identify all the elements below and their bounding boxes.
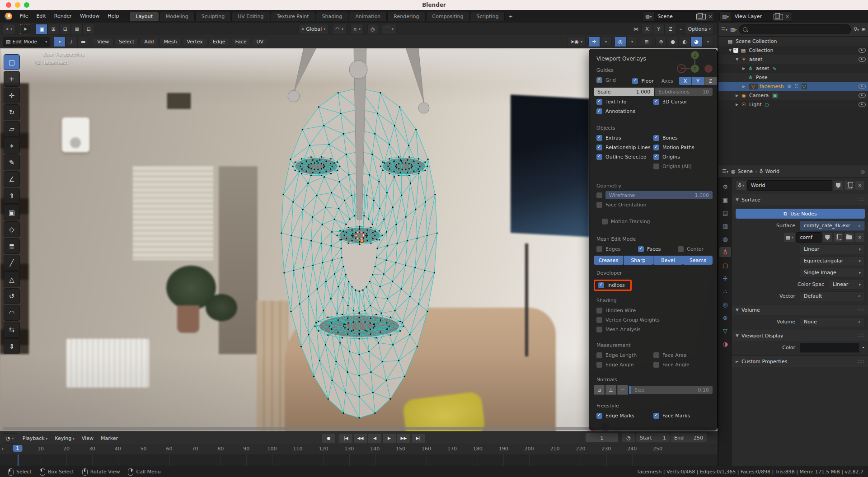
menu-window[interactable]: Window <box>76 12 103 21</box>
viewport-menu-mesh[interactable]: Mesh <box>160 37 182 46</box>
faces-checkbox-row[interactable]: Faces <box>638 244 678 254</box>
edge-select-mode-icon[interactable]: ∕ <box>66 37 77 47</box>
tool-smooth[interactable]: ◠ <box>4 305 20 321</box>
workspace-tab-shading[interactable]: Shading <box>316 12 349 21</box>
shading-solid-icon[interactable]: ● <box>667 37 679 47</box>
wireframe-checkbox[interactable] <box>596 192 602 198</box>
unlink-image-icon[interactable]: × <box>855 232 865 243</box>
viewport-menu-select[interactable]: Select <box>114 37 139 46</box>
expand-channels-icon[interactable]: › <box>2 446 4 452</box>
annotations-checkbox[interactable] <box>596 108 602 114</box>
use-nodes-button[interactable]: ⧉Use Nodes <box>736 209 865 219</box>
remove-view-layer-icon[interactable]: × <box>783 14 792 19</box>
mirror-axis-y[interactable]: Y <box>653 24 665 34</box>
expander-icon[interactable]: ▶ <box>734 94 740 98</box>
xray-toggle[interactable]: ⊞ <box>641 37 652 47</box>
outliner-row-pose[interactable]: ⋔Pose <box>718 73 868 82</box>
menu-edit[interactable]: Edit <box>32 12 50 21</box>
edge-length-checkbox-row[interactable]: Edge Length <box>589 351 653 360</box>
proportional-editing-toggle[interactable]: ◎ <box>367 24 378 34</box>
collection-checkbox[interactable] <box>733 48 738 53</box>
tool-rotate[interactable]: ↻ <box>4 104 20 120</box>
snap-magnet-toggle[interactable]: ∩▾ <box>350 24 364 34</box>
expander-icon[interactable]: ▶ <box>741 84 747 89</box>
indices-checkbox[interactable] <box>598 282 604 288</box>
face-select-mode-icon[interactable]: ▬ <box>77 37 89 47</box>
face-angle-checkbox-row[interactable]: Face Angle <box>653 360 717 369</box>
origins-checkbox-row[interactable]: Origins <box>653 152 717 162</box>
zoom-window-button[interactable] <box>24 2 29 8</box>
mirror-axis-x[interactable]: X <box>641 24 653 34</box>
tool-move[interactable]: ✛ <box>4 88 20 103</box>
workspace-tab-rendering[interactable]: Rendering <box>387 12 425 21</box>
hide-in-viewport-eye-icon[interactable] <box>859 57 866 62</box>
edge-angle-checkbox[interactable] <box>596 362 602 368</box>
expander-icon[interactable]: ▶ <box>741 66 747 70</box>
mode-dropdown[interactable]: ▧ Edit Mode▾ <box>3 37 50 47</box>
annotations-checkbox-row[interactable]: Annotations <box>589 107 653 116</box>
select-mode-invert-icon[interactable]: ⊠ <box>71 24 83 34</box>
relationship-lines-checkbox-row[interactable]: Relationship Lines <box>589 143 653 152</box>
add-workspace-button[interactable]: + <box>505 14 516 19</box>
outliner-row-camera[interactable]: ▶◉Camera▣ <box>718 91 868 100</box>
expander-icon[interactable]: ▼ <box>734 57 740 61</box>
workspace-tab-compositing[interactable]: Compositing <box>426 12 470 21</box>
face-area-checkbox[interactable] <box>653 352 659 358</box>
projection-dropdown[interactable]: Equirectangular▾ <box>800 256 865 266</box>
properties-tab-scene[interactable]: ◍ <box>719 234 731 244</box>
tool-annotate[interactable]: ✎ <box>4 154 20 170</box>
outliner-item-label[interactable]: Pose <box>756 75 767 80</box>
wireframe-slider[interactable]: Wireframe1.000 <box>605 191 713 199</box>
creases-toggle-button[interactable]: Creases <box>594 256 623 265</box>
menu-help[interactable]: Help <box>103 12 123 21</box>
grid-checkbox-row[interactable]: Grid <box>589 75 632 85</box>
show-gizmo-toggle[interactable]: ✛ <box>588 37 600 47</box>
viewport-menu-face[interactable]: Face <box>231 37 251 46</box>
outliner-item-label[interactable]: asset <box>756 65 769 71</box>
properties-tab-modifiers[interactable]: ✢ <box>719 273 731 283</box>
tool-loop-cut[interactable]: ≣ <box>4 238 20 254</box>
properties-tab-render[interactable]: ▣ <box>719 195 731 205</box>
menu-render[interactable]: Render <box>50 12 76 21</box>
interpolation-dropdown[interactable]: Linear▾ <box>800 244 865 254</box>
tool-extrude[interactable]: ⇑ <box>4 188 20 204</box>
edges-checkbox-row[interactable]: Edges <box>589 244 638 254</box>
tool-knife[interactable]: ╱ <box>4 255 20 271</box>
indices-highlight-box[interactable]: Indices <box>594 280 632 291</box>
viewport-display-panel-header[interactable]: ▼Viewport Display∷∷ <box>732 330 868 341</box>
face-angle-checkbox[interactable] <box>653 362 659 368</box>
scene-selector[interactable]: ◍▾ Scene × <box>643 11 715 22</box>
new-collection-button[interactable]: ⊞ <box>862 27 866 33</box>
image-fake-user-icon[interactable] <box>822 232 832 243</box>
workspace-tab-modeling[interactable]: Modeling <box>160 12 195 21</box>
shading-wireframe-icon[interactable]: ⊕ <box>655 37 667 47</box>
outliner-row-asset-armature[interactable]: ▼✶asset <box>718 55 868 64</box>
timeline-editor-type-dropdown[interactable]: ◔▾ <box>3 433 17 444</box>
edge-marks-checkbox-row[interactable]: Edge Marks <box>589 411 653 421</box>
hidden-wire-checkbox[interactable] <box>596 308 602 313</box>
volume-panel-header[interactable]: ▼Volume∷∷ <box>732 304 868 315</box>
hide-in-viewport-eye-icon[interactable] <box>859 84 866 89</box>
pin-id-icon[interactable]: ◎ <box>860 168 865 174</box>
tool-cursor[interactable]: + <box>4 71 20 87</box>
play-button[interactable]: ▶ <box>382 433 396 443</box>
next-keyframe-button[interactable]: ▶▶ <box>397 433 411 443</box>
axis-toggle-y[interactable]: Y <box>692 77 704 85</box>
properties-tab-world[interactable]: ♁ <box>719 247 731 257</box>
current-frame-indicator[interactable]: 1 <box>13 445 22 452</box>
floor-checkbox[interactable] <box>632 78 638 84</box>
prev-frame-button[interactable]: ◀ <box>368 433 382 443</box>
workspace-tab-texture-paint[interactable]: Texture Paint <box>271 12 315 21</box>
new-view-layer-icon[interactable] <box>774 14 783 19</box>
outliner-search-input[interactable] <box>739 24 851 34</box>
outliner-item-label[interactable]: Camera <box>749 93 769 98</box>
hide-in-viewport-eye-icon[interactable] <box>859 48 866 53</box>
seams-toggle-button[interactable]: Seams <box>683 256 713 265</box>
properties-tab-output[interactable]: ▤ <box>719 208 731 218</box>
tool-transform[interactable]: ⌖ <box>4 138 20 154</box>
viewport-menu-view[interactable]: View <box>93 37 113 46</box>
edge-angle-checkbox-row[interactable]: Edge Angle <box>589 360 653 369</box>
face-marks-checkbox[interactable] <box>653 413 659 419</box>
scene-name-field[interactable]: Scene <box>654 12 696 21</box>
workspace-tab-sculpting[interactable]: Sculpting <box>195 12 231 21</box>
